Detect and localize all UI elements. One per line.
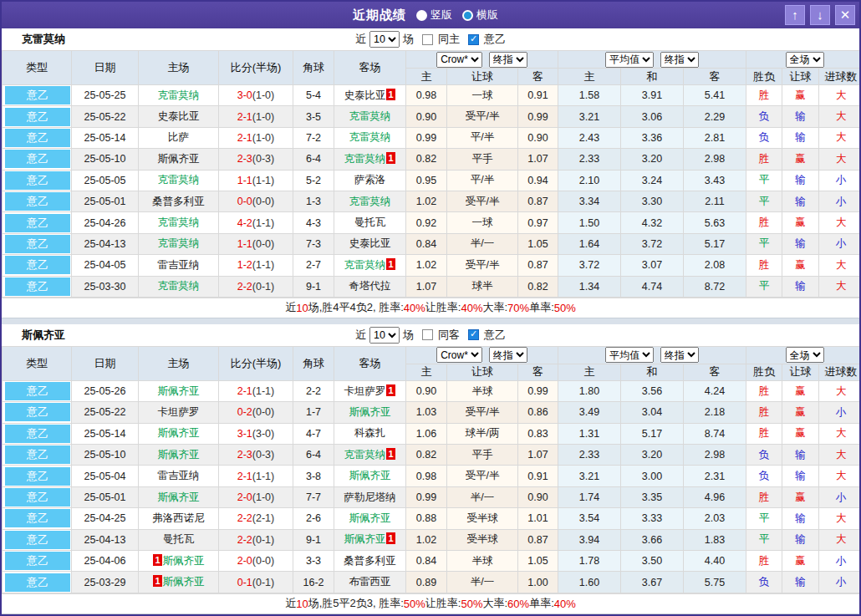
avg-away-cell: 8.72 [684,276,746,297]
promotion-badge: 1 [386,89,395,100]
corner-cell: 2-7 [293,255,334,276]
handicap-result-cell: 输 [782,170,819,191]
away-team-cell: 克雷莫纳 [334,106,406,127]
corner-cell: 5-2 [293,170,334,191]
titlebar-buttons: ↑ ↓ ✕ [785,5,855,25]
sub-col-away-odds: 客 [518,69,558,85]
team-name: 斯佩齐亚 [158,153,200,165]
col-corner: 角球 [293,346,334,380]
summary-text: 近 [285,596,296,611]
same-league-checkbox[interactable] [468,34,479,45]
radio-horizontal-icon[interactable] [462,10,473,21]
sub-col-avg-draw: 和 [621,69,684,85]
avg-home-cell: 2.10 [558,170,621,191]
league-cell: 意乙 [3,191,72,211]
promotion-badge: 1 [386,258,395,270]
fulltime-score: 2-2 [237,534,252,546]
avg-draw-cell: 3.07 [621,255,684,276]
goals-result-cell: 大 [819,106,861,127]
league-badge: 意乙 [5,86,70,104]
halftime-score: (0-1) [252,534,274,546]
same-venue-checkbox[interactable] [422,34,433,45]
move-down-button[interactable]: ↓ [810,5,830,25]
away-team-cell: 斯佩齐亚 [334,508,406,529]
avg-draw-cell: 3.50 [621,551,684,572]
league-badge: 意乙 [5,256,70,274]
summary-text: 大率: [482,300,507,315]
team-name: 科森扎 [354,427,386,439]
match-row: 意乙25-05-04雷吉亚纳2-1(1-1)3-8斯佩齐亚0.98受平/半0.9… [3,466,861,486]
avg-home-cell: 2.33 [558,149,621,170]
same-league-checkbox[interactable] [468,329,479,340]
scope-select[interactable]: 全场 [786,347,824,363]
away-odds-cell: 0.99 [518,106,558,127]
avg-away-cell: 5.41 [684,85,746,106]
scope-select[interactable]: 全场 [786,52,824,68]
avg-stage-select[interactable]: 终指 [660,52,699,68]
corner-cell: 3-5 [293,106,334,127]
league-badge: 意乙 [5,509,70,527]
team-name: 克雷莫纳 [344,259,385,271]
away-odds-cell: 0.82 [518,276,558,297]
layout-option-vertical[interactable]: 竖版 [416,8,452,23]
home-odds-cell: 0.95 [406,170,447,191]
date-cell: 25-05-14 [72,127,139,148]
match-row: 意乙25-04-13曼托瓦2-2(0-1)9-1斯佩齐亚11.02受半球0.87… [3,529,861,550]
results-table-spezia: 类型 日期 主场 比分(半场) 角球 客场 Crow* 终指 平均值 终指 全场 [2,346,861,593]
same-league-label: 意乙 [484,32,506,47]
home-team-cell: 雷吉亚纳 [139,255,219,276]
odds-stage-select[interactable]: 终指 [489,347,527,363]
team-name: 斯佩齐亚 [349,406,391,418]
score-cell: 1-1(1-1) [219,170,293,191]
goals-result-cell: 大 [819,85,861,106]
team-name: 克雷莫纳 [158,216,200,228]
home-team-cell: 斯佩齐亚 [139,380,219,401]
league-cell: 意乙 [3,233,72,254]
col-handicap-result: 让球 [782,364,819,380]
col-date: 日期 [72,346,139,380]
avg-odds-header: 平均值 终指 [558,51,746,69]
home-odds-cell: 1.03 [406,402,447,423]
avg-away-cell: 5.75 [684,572,746,593]
fulltime-score: 1-1 [237,238,252,250]
close-button[interactable]: ✕ [835,5,855,25]
league-badge: 意乙 [5,488,70,507]
avg-odds-header: 平均值 终指 [558,346,746,364]
bookmaker-select[interactable]: Crow* [436,347,482,363]
odds-stage-select[interactable]: 终指 [489,52,527,68]
halftime-score: (3-0) [252,428,274,440]
date-cell: 25-05-10 [72,149,139,170]
avg-home-cell: 1.50 [558,212,621,233]
avg-source-select[interactable]: 平均值 [605,347,654,363]
avg-home-cell: 3.94 [558,529,621,550]
team-name: 布雷西亚 [349,576,391,588]
avg-away-cell: 2.18 [684,402,746,423]
away-team-cell: 克雷莫纳 [334,191,406,211]
corner-cell: 6-4 [293,149,334,170]
away-odds-cell: 1.07 [518,445,558,466]
avg-draw-cell: 4.74 [621,276,684,297]
handicap-cell: 平手 [447,149,518,170]
avg-draw-cell: 3.24 [621,170,684,191]
handicap-cell: 平/半 [447,127,518,148]
radio-vertical-icon[interactable] [416,10,427,21]
move-up-button[interactable]: ↑ [785,5,805,25]
win-loss-cell: 胜 [746,380,782,401]
win-loss-cell: 平 [746,529,782,550]
same-venue-checkbox[interactable] [422,329,433,340]
handicap-cell: 半/一 [447,486,518,507]
league-cell: 意乙 [3,149,72,170]
goals-result-cell: 大 [819,508,861,529]
avg-stage-select[interactable]: 终指 [660,347,699,363]
avg-away-cell: 4.24 [684,380,746,401]
match-count-select[interactable]: 10 [369,327,400,344]
goals-result-cell: 小 [819,486,861,507]
date-cell: 25-05-04 [72,466,139,486]
handicap-result-cell: 输 [782,508,819,529]
match-count-select[interactable]: 10 [369,31,400,48]
layout-option-horizontal[interactable]: 横版 [462,8,498,23]
bookmaker-select[interactable]: Crow* [436,52,482,68]
avg-home-cell: 1.78 [558,551,621,572]
avg-source-select[interactable]: 平均值 [605,52,654,68]
win-loss-cell: 胜 [746,149,782,170]
